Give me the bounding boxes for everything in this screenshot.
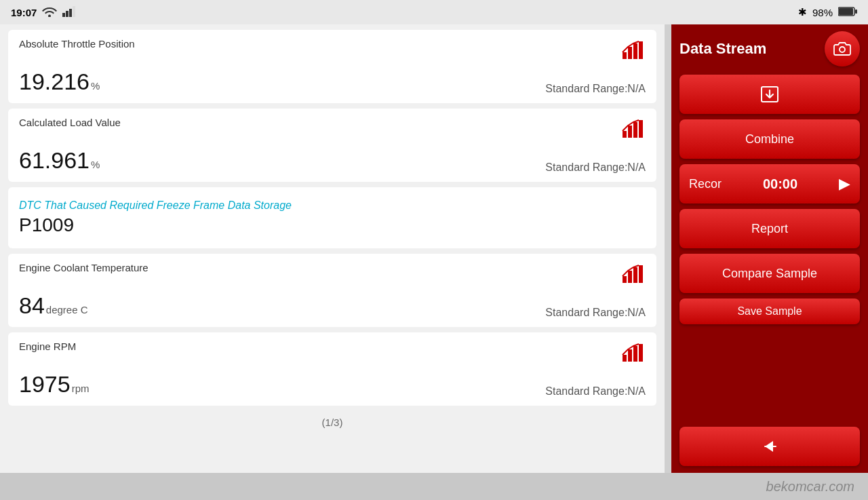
rpm-value: 1975rpm [19, 371, 89, 398]
rpm-value-main: 1975 [19, 371, 71, 398]
load-range: Standard Range:N/A [545, 161, 646, 174]
bluetooth-icon: ✱ [798, 6, 807, 18]
coolant-range: Standard Range:N/A [545, 307, 646, 319]
coolant-value: 84degree C [19, 292, 88, 319]
export-button[interactable] [679, 75, 860, 114]
coolant-value-main: 84 [19, 292, 45, 319]
svg-point-23 [840, 47, 845, 52]
data-list: Absolute Throttle Position 19.216% Stand… [0, 24, 665, 411]
main-content: Absolute Throttle Position 19.216% Stand… [0, 24, 665, 473]
data-item-throttle: Absolute Throttle Position 19.216% Stand… [8, 30, 656, 103]
rpm-value-unit: rpm [72, 383, 90, 394]
svg-rect-15 [623, 276, 627, 283]
load-chart-icon[interactable] [621, 117, 646, 145]
svg-rect-2 [69, 9, 72, 17]
load-label: Calculated Load Value [19, 117, 621, 128]
svg-rect-9 [633, 43, 637, 59]
data-item-dtc: DTC That Caused Required Freeze Frame Da… [8, 187, 656, 248]
svg-rect-0 [62, 13, 65, 17]
time-display: 19:07 [11, 7, 37, 18]
back-button[interactable] [679, 427, 860, 466]
svg-rect-3 [73, 6, 75, 17]
record-label: Recor [689, 177, 722, 191]
panel-title: Data Stream [679, 40, 766, 58]
record-play-icon: ▶ [839, 175, 850, 193]
battery-icon [838, 7, 857, 18]
record-button[interactable]: Recor 00:00 ▶ [679, 164, 860, 204]
svg-rect-8 [628, 47, 632, 59]
rpm-label: Engine RPM [19, 341, 621, 352]
svg-rect-11 [623, 131, 627, 138]
coolant-chart-icon[interactable] [621, 262, 646, 290]
svg-rect-21 [633, 346, 637, 362]
load-value: 61.961% [19, 147, 100, 174]
combine-button[interactable]: Combine [679, 119, 860, 159]
svg-rect-19 [623, 355, 627, 362]
rpm-range: Standard Range:N/A [545, 385, 646, 398]
throttle-range: Standard Range:N/A [545, 83, 646, 95]
svg-rect-18 [639, 265, 643, 283]
panel-header: Data Stream [679, 31, 860, 66]
battery-level: 98% [812, 7, 833, 18]
load-value-main: 61.961 [19, 147, 90, 174]
status-bar: 19:07 ✱ 98% [0, 0, 868, 24]
report-button[interactable]: Report [679, 209, 860, 248]
throttle-value-main: 19.216 [19, 69, 90, 95]
svg-rect-5 [839, 8, 853, 15]
svg-rect-6 [855, 9, 857, 14]
throttle-chart-icon[interactable] [621, 38, 646, 66]
data-item-rpm: Engine RPM 1975rpm Standard Range:N/A [8, 332, 656, 406]
svg-rect-17 [633, 267, 637, 283]
svg-rect-12 [628, 126, 632, 138]
data-item-load: Calculated Load Value 61.961% Standard R… [8, 109, 656, 182]
svg-rect-16 [628, 271, 632, 283]
svg-rect-14 [639, 120, 643, 138]
signal-icon [62, 6, 76, 19]
svg-rect-1 [66, 11, 68, 17]
status-left: 19:07 [11, 6, 76, 19]
svg-rect-22 [639, 344, 643, 362]
pagination-text: (1/3) [322, 417, 343, 428]
wifi-icon [42, 6, 57, 19]
load-value-unit: % [91, 159, 100, 170]
svg-rect-10 [639, 41, 643, 59]
throttle-value-unit: % [91, 80, 100, 92]
dtc-label: DTC That Caused Required Freeze Frame Da… [19, 199, 646, 212]
compare-sample-button[interactable]: Compare Sample [679, 254, 860, 293]
right-panel: Data Stream Combine Recor 00:00 ▶ Report… [671, 24, 868, 473]
dtc-value: P1009 [19, 214, 74, 236]
camera-button[interactable] [825, 31, 860, 66]
coolant-label: Engine Coolant Temperature [19, 262, 621, 273]
data-item-coolant: Engine Coolant Temperature 84degree C St… [8, 254, 656, 327]
throttle-value: 19.216% [19, 69, 100, 95]
throttle-label: Absolute Throttle Position [19, 38, 621, 50]
save-sample-button[interactable]: Save Sample [679, 299, 860, 324]
rpm-chart-icon[interactable] [621, 341, 646, 368]
svg-rect-13 [633, 122, 637, 138]
svg-rect-7 [623, 52, 627, 59]
coolant-value-unit: degree C [46, 304, 88, 315]
bottom-bar: bekomcar.com [0, 473, 868, 500]
record-timer: 00:00 [763, 176, 797, 192]
status-right: ✱ 98% [798, 6, 857, 18]
pagination: (1/3) [0, 411, 665, 434]
svg-rect-20 [628, 349, 632, 362]
watermark: bekomcar.com [766, 479, 854, 495]
